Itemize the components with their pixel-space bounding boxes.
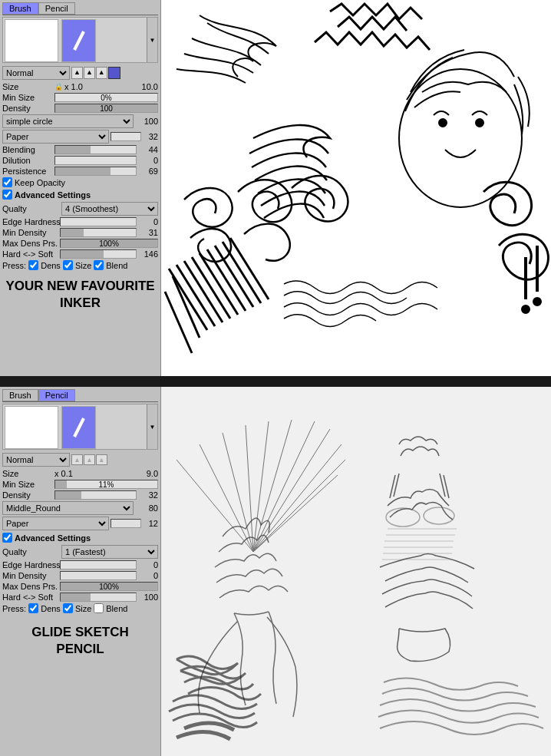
art-svg-2 bbox=[161, 387, 551, 756]
advanced-settings-row-2: Advanced Settings bbox=[2, 533, 158, 543]
brush-tab-brush[interactable]: Brush bbox=[2, 2, 38, 15]
svg-point-31 bbox=[386, 508, 420, 527]
min-size-label-2: Min Size bbox=[2, 480, 54, 489]
shape-dropdown-2[interactable]: Middle_Round bbox=[2, 501, 134, 515]
max-dens-prs-label: Max Dens Prs. bbox=[2, 239, 60, 248]
press-size-label: Size bbox=[75, 261, 91, 270]
quality-dropdown-2[interactable]: 1 (Fastest) bbox=[61, 545, 158, 559]
density-slider-2[interactable] bbox=[54, 490, 137, 500]
svg-line-23 bbox=[246, 425, 253, 552]
dilution-value: 0 bbox=[137, 156, 158, 165]
svg-line-8 bbox=[200, 253, 238, 315]
edge-hardness-label: Edge Hardness bbox=[2, 217, 60, 226]
max-dens-prs-row: Max Dens Prs. 100% bbox=[2, 239, 158, 248]
shape-row-2: Middle_Round 80 bbox=[2, 501, 158, 515]
density-slider[interactable]: 100 bbox=[54, 104, 158, 113]
advanced-settings-checkbox-2[interactable] bbox=[2, 533, 12, 543]
triangle-icon-3: ▲ bbox=[96, 67, 107, 79]
svg-line-10 bbox=[215, 246, 253, 307]
size-row-2: Size x 0.1 9.0 bbox=[2, 469, 158, 478]
triangle-icon-2-2: ▲ bbox=[84, 454, 95, 465]
blending-value: 44 bbox=[137, 145, 158, 154]
brush-preview-area: ▼ bbox=[2, 17, 158, 63]
paper-slider[interactable] bbox=[111, 132, 141, 141]
press-size-checkbox[interactable] bbox=[63, 260, 73, 270]
press-blend-label-2: Blend bbox=[106, 604, 127, 613]
press-row-2: Press: Dens Size Blend bbox=[2, 603, 158, 613]
size-label-2: Size bbox=[2, 469, 54, 478]
svg-line-9 bbox=[207, 249, 246, 311]
brush-tab-pencil-2[interactable]: Pencil bbox=[38, 389, 75, 401]
mode-icons: ▲ ▲ ▲ bbox=[71, 67, 120, 79]
dilution-slider[interactable] bbox=[54, 156, 137, 165]
blending-slider[interactable] bbox=[54, 145, 137, 154]
svg-line-24 bbox=[253, 421, 269, 552]
triangle-icon-2-1: ▲ bbox=[71, 454, 83, 465]
hard-soft-slider-2[interactable] bbox=[60, 593, 137, 602]
keep-opacity-row: Keep Opacity bbox=[2, 177, 158, 187]
hard-soft-row-2: Hard <-> Soft 100 bbox=[2, 593, 158, 602]
press-label: Press: bbox=[2, 261, 26, 270]
quality-row: Qualty 4 (Smoothest) bbox=[2, 202, 158, 216]
min-density-slider-2[interactable] bbox=[60, 571, 137, 580]
min-density-label-2: Min Density bbox=[2, 571, 60, 580]
press-dens-checkbox[interactable] bbox=[28, 260, 38, 270]
preview-scroll[interactable]: ▼ bbox=[147, 18, 157, 62]
size-value-2: 9.0 bbox=[74, 469, 158, 478]
brush-tab-brush-2[interactable]: Brush bbox=[2, 389, 38, 401]
max-dens-prs-row-2: Max Dens Prs. 100% bbox=[2, 582, 158, 591]
svg-line-21 bbox=[200, 444, 253, 552]
size-lock-icon[interactable]: 🔒 bbox=[54, 83, 63, 91]
edge-hardness-row-2: Edge Hardness 0 bbox=[2, 560, 158, 569]
min-size-row-2: Min Size 11% bbox=[2, 480, 158, 489]
keep-opacity-checkbox[interactable] bbox=[2, 177, 12, 187]
min-size-slider[interactable]: 0% bbox=[54, 93, 158, 102]
paper-dropdown[interactable]: Paper bbox=[2, 130, 109, 144]
edge-hardness-slider[interactable] bbox=[60, 217, 137, 226]
persistence-slider[interactable] bbox=[54, 167, 137, 176]
max-dens-prs-slider[interactable]: 100% bbox=[60, 239, 158, 248]
persistence-row: Persistence 69 bbox=[2, 167, 158, 176]
brush-tab-pencil[interactable]: Pencil bbox=[38, 2, 75, 15]
max-dens-prs-slider-2[interactable]: 100% bbox=[60, 582, 158, 591]
min-size-label: Min Size bbox=[2, 93, 54, 102]
paper-dropdown-2[interactable]: Paper bbox=[2, 517, 109, 530]
svg-line-30 bbox=[253, 475, 338, 552]
preview-scroll-2[interactable]: ▼ bbox=[147, 404, 157, 449]
press-blend-checkbox[interactable] bbox=[94, 260, 104, 270]
blending-row: Blending 44 bbox=[2, 145, 158, 154]
min-size-slider-2[interactable]: 11% bbox=[54, 480, 158, 489]
advanced-settings-checkbox[interactable] bbox=[2, 190, 12, 200]
quality-label: Qualty bbox=[2, 204, 60, 213]
density-value-2: 32 bbox=[137, 490, 158, 500]
edge-hardness-slider-2[interactable] bbox=[60, 560, 137, 569]
density-row: Density 100 bbox=[2, 104, 158, 113]
brush-preview-area-2: ▼ bbox=[2, 404, 158, 450]
size-multiplier: x 1.0 bbox=[64, 82, 83, 91]
brush-tab-row: Brush Pencil bbox=[2, 2, 158, 15]
mode-icons-2: ▲ ▲ ▲ bbox=[71, 454, 107, 465]
svg-line-26 bbox=[253, 421, 315, 552]
density-label-2: Density bbox=[2, 490, 54, 500]
shape-dropdown[interactable]: simple circle bbox=[2, 114, 134, 128]
svg-line-19 bbox=[74, 418, 84, 437]
press-blend-label: Blend bbox=[106, 261, 127, 270]
hard-soft-value: 146 bbox=[137, 249, 158, 259]
press-dens-label: Dens bbox=[41, 261, 61, 270]
press-blend-checkbox-2[interactable] bbox=[94, 603, 104, 613]
press-size-checkbox-2[interactable] bbox=[63, 603, 73, 613]
mode-dropdown[interactable]: Normal bbox=[2, 66, 70, 80]
advanced-settings-label: Advanced Settings bbox=[15, 190, 91, 200]
press-dens-checkbox-2[interactable] bbox=[28, 603, 38, 613]
svg-line-11 bbox=[223, 242, 261, 303]
press-size-label-2: Size bbox=[75, 604, 91, 613]
svg-line-25 bbox=[253, 420, 292, 552]
paper-slider-2[interactable] bbox=[111, 519, 141, 528]
mode-dropdown-2[interactable]: Normal bbox=[2, 453, 70, 467]
min-density-slider[interactable] bbox=[60, 228, 137, 237]
triangle-icon-2: ▲ bbox=[84, 67, 95, 79]
quality-dropdown[interactable]: 4 (Smoothest) bbox=[61, 202, 158, 216]
svg-line-12 bbox=[230, 238, 269, 299]
hard-soft-slider[interactable] bbox=[60, 249, 137, 259]
svg-point-18 bbox=[523, 306, 529, 312]
